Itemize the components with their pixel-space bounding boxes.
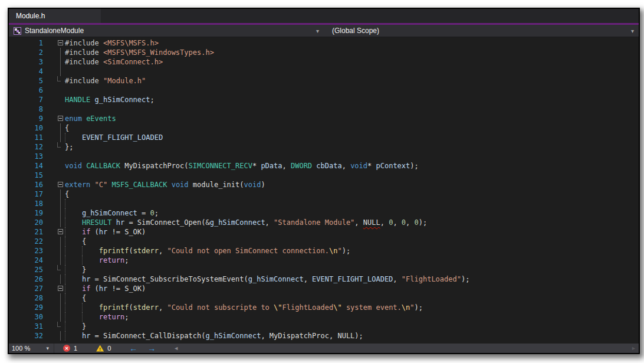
code-line[interactable]: 15 <box>9 171 639 180</box>
code-text[interactable]: void CALLBACK MyDispatchProc(SIMCONNECT_… <box>65 161 639 171</box>
tab-module-h[interactable]: Module.h <box>9 9 101 23</box>
code-line[interactable]: 24 return; <box>9 256 639 265</box>
fold-margin[interactable] <box>43 114 65 123</box>
code-text[interactable]: extern "C" MSFS_CALLBACK void module_ini… <box>65 180 639 189</box>
code-text[interactable]: return; <box>65 256 639 265</box>
code-text[interactable]: HRESULT hr = SimConnect_Open(&g_hSimConn… <box>65 218 639 227</box>
code-token <box>90 96 94 104</box>
code-text[interactable]: fprintf(stderr, "Could not subscripte to… <box>65 303 639 312</box>
code-line[interactable]: 25 } <box>9 265 639 274</box>
fold-guide-line <box>60 123 61 133</box>
code-line[interactable]: 6 <box>9 86 639 95</box>
code-line[interactable]: 11 EVENT_FLIGHT_LOADED <box>9 133 639 142</box>
code-text[interactable] <box>65 199 639 208</box>
code-line[interactable]: 14void CALLBACK MyDispatchProc(SIMCONNEC… <box>9 161 639 171</box>
code-line[interactable]: 12}; <box>9 142 639 152</box>
code-line[interactable]: 16extern "C" MSFS_CALLBACK void module_i… <box>9 180 639 189</box>
warning-icon[interactable]: ! <box>96 345 104 352</box>
code-text[interactable]: { <box>65 189 639 199</box>
fold-margin <box>43 265 65 274</box>
code-line[interactable]: 1#include <MSFS\MSFS.h> <box>9 38 639 48</box>
code-text[interactable]: EVENT_FLIGHT_LOADED <box>65 133 639 142</box>
code-line[interactable]: 28 { <box>9 293 639 303</box>
fold-collapse-icon[interactable] <box>58 116 63 121</box>
code-token: HANDLE <box>65 96 90 104</box>
indent-guide <box>65 199 69 208</box>
code-text[interactable]: { <box>65 293 639 303</box>
code-text[interactable]: return; <box>65 312 639 322</box>
code-line[interactable]: 26 hr = SimConnect_SubscribeToSystemEven… <box>9 274 639 284</box>
code-text[interactable]: #include <MSFS\MSFS.h> <box>65 38 639 48</box>
code-text[interactable] <box>65 67 639 76</box>
code-line[interactable]: 19 g_hSimConnect = 0; <box>9 208 639 218</box>
code-text[interactable]: { <box>65 123 639 133</box>
code-text[interactable]: } <box>65 322 639 331</box>
scope-dropdown[interactable]: (Global Scope) ▾ <box>324 25 639 37</box>
next-issue-icon[interactable]: → <box>147 344 156 352</box>
code-text[interactable]: } <box>65 265 639 274</box>
code-text[interactable] <box>65 86 639 95</box>
code-line[interactable]: 29 fprintf(stderr, "Could not subscripte… <box>9 303 639 312</box>
code-token <box>69 237 82 246</box>
code-token: , <box>380 218 389 227</box>
fold-margin[interactable] <box>43 227 65 237</box>
code-token <box>69 256 82 264</box>
code-text[interactable]: #include <MSFS\MSFS_WindowsTypes.h> <box>65 48 639 57</box>
code-line[interactable]: 32 hr = SimConnect_CallDispatch(g_hSimCo… <box>9 331 639 341</box>
code-line[interactable]: 31 } <box>9 322 639 331</box>
fold-collapse-icon[interactable] <box>58 182 63 187</box>
code-line[interactable]: 2#include <MSFS\MSFS_WindowsTypes.h> <box>9 48 639 57</box>
code-text[interactable]: HANDLE g_hSimConnect; <box>65 95 639 104</box>
scroll-right-icon[interactable]: ► <box>631 345 636 351</box>
code-text[interactable]: if (hr != S_OK) <box>65 284 639 293</box>
code-line[interactable]: 10{ <box>9 123 639 133</box>
code-line[interactable]: 20 HRESULT hr = SimConnect_Open(&g_hSimC… <box>9 218 639 227</box>
code-area[interactable]: 1#include <MSFS\MSFS.h>2#include <MSFS\M… <box>9 37 639 344</box>
fold-collapse-icon[interactable] <box>58 40 63 45</box>
code-line[interactable]: 13 <box>9 152 639 161</box>
code-line[interactable]: 8 <box>9 104 639 114</box>
code-text[interactable]: hr = SimConnect_CallDispatch(g_hSimConne… <box>65 331 639 341</box>
zoom-control[interactable]: 100 % ▾ <box>9 344 54 353</box>
code-line[interactable]: 5#include "Module.h" <box>9 76 639 86</box>
code-line[interactable]: 3#include <SimConnect.h> <box>9 57 639 67</box>
code-text[interactable]: enum eEvents <box>65 114 639 123</box>
code-line[interactable]: 18 <box>9 199 639 208</box>
horizontal-scrollbar[interactable] <box>179 344 631 353</box>
code-text[interactable]: hr = SimConnect_SubscribeToSystemEvent(g… <box>65 274 639 284</box>
code-token: , <box>393 275 401 283</box>
code-line[interactable]: 22 { <box>9 237 639 246</box>
code-text[interactable]: #include <SimConnect.h> <box>65 57 639 67</box>
code-text[interactable]: if (hr != S_OK) <box>65 227 639 237</box>
code-text[interactable]: g_hSimConnect = 0; <box>65 208 639 218</box>
code-text[interactable]: fprintf(stderr, "Could not open SimConne… <box>65 246 639 256</box>
code-line[interactable]: 21 if (hr != S_OK) <box>9 227 639 237</box>
scroll-left-icon[interactable]: ◄ <box>173 345 179 351</box>
code-line[interactable]: 4 <box>9 67 639 76</box>
code-text[interactable]: { <box>65 237 639 246</box>
fold-margin[interactable] <box>43 284 65 293</box>
previous-issue-icon[interactable]: ← <box>129 344 137 352</box>
fold-margin[interactable] <box>43 180 65 189</box>
fold-collapse-icon[interactable] <box>58 229 63 234</box>
types-dropdown[interactable]: StandaloneModule ▾ <box>9 25 324 37</box>
error-icon[interactable]: ✕ <box>63 345 70 352</box>
fold-margin[interactable] <box>43 38 65 48</box>
line-number: 28 <box>9 293 43 303</box>
code-text[interactable] <box>65 152 639 161</box>
code-text[interactable]: #include "Module.h" <box>65 76 639 86</box>
fold-collapse-icon[interactable] <box>58 286 63 291</box>
code-token: != <box>107 284 124 293</box>
code-text[interactable] <box>65 104 639 114</box>
code-line[interactable]: 7HANDLE g_hSimConnect; <box>9 95 639 104</box>
fold-guide-line <box>60 293 61 303</box>
code-text[interactable]: }; <box>65 142 639 152</box>
code-line[interactable]: 17{ <box>9 189 639 199</box>
code-token: g_hSimConnect <box>82 209 137 217</box>
code-line[interactable]: 23 fprintf(stderr, "Could not open SimCo… <box>9 246 639 256</box>
code-line[interactable]: 30 return; <box>9 312 639 322</box>
code-line[interactable]: 27 if (hr != S_OK) <box>9 284 639 293</box>
code-text[interactable] <box>65 171 639 180</box>
code-line[interactable]: 9enum eEvents <box>9 114 639 123</box>
code-token: MyDispatchProc <box>270 332 329 340</box>
